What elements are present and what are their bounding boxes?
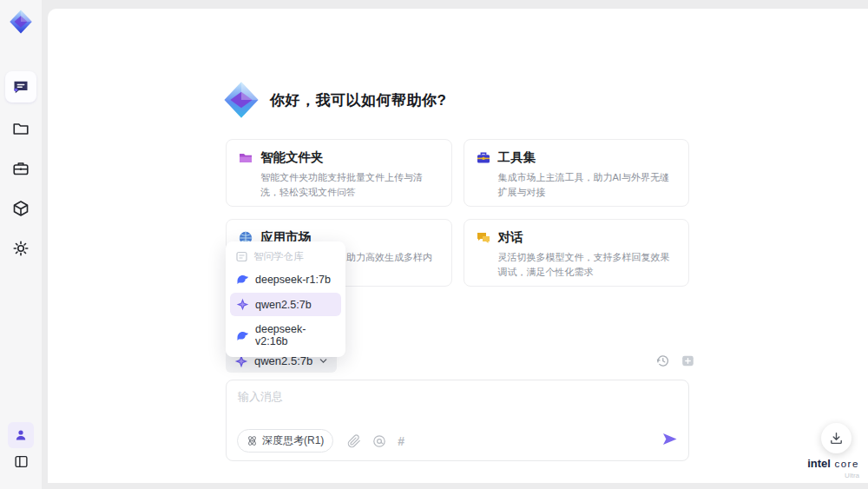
model-option-deepseek-v2[interactable]: deepseek-v2:16b [230,318,341,353]
composer-icons: # [347,434,404,448]
message-input[interactable]: 输入消息 [238,389,283,405]
folder-icon [12,120,30,137]
user-icon [14,428,28,442]
panel-icon [14,454,29,469]
model-option-label: qwen2.5:7b [255,299,312,311]
dropdown-header-label: 智问学仓库 [253,250,304,263]
card-toolset[interactable]: 工具集 集成市场上主流工具，助力AI与外界无缝扩展与对接 [464,139,690,207]
download-button[interactable] [821,423,852,453]
core-logo-text: core [834,459,858,469]
card-desc: 灵活切换多模型文件，支持多样回复效果调试，满足个性化需求 [498,250,678,279]
history-icon[interactable] [655,354,670,368]
card-desc: 集成市场上主流工具，助力AI与外界无缝扩展与对接 [498,170,678,199]
sidebar-item-models[interactable] [5,193,36,224]
toolset-icon [476,150,491,166]
sidebar-item-toolbox[interactable] [5,153,36,184]
composer-toolbar: 深度思考(R1) # [237,429,678,453]
card-smart-folder[interactable]: 智能文件夹 智能文件夹功能支持批量文件上传与清洗，轻松实现文件问答 [226,139,452,207]
model-option-label: deepseek-r1:7b [255,274,331,286]
smart-folder-icon [238,150,253,166]
sidebar [0,0,42,489]
briefcase-icon [12,160,30,177]
card-dialog[interactable]: 对话 灵活切换多模型文件，支持多样回复效果调试，满足个性化需求 [464,219,690,287]
main-panel: 你好，我可以如何帮助你? 智能文件夹 智能文件夹功能支持批量文件上传与清洗，轻松… [48,9,868,483]
intel-logo-text: intel [807,457,831,470]
chevron-down-icon [319,356,328,366]
assistant-logo-icon [221,80,261,120]
card-desc: 智能文件夹功能支持批量文件上传与清洗，轻松实现文件问答 [260,170,440,199]
qwen-icon [236,298,249,311]
dropdown-header: 智问学仓库 [230,246,341,266]
sidebar-item-account[interactable] [8,422,34,448]
download-icon [829,431,844,446]
message-composer[interactable]: 输入消息 深度思考(R1) [226,380,689,461]
deepseek-icon [236,273,249,286]
app-logo-icon [8,9,34,35]
dialog-icon [476,230,491,246]
model-option-qwen[interactable]: qwen2.5:7b [230,293,341,316]
mention-icon[interactable] [372,434,386,448]
hash-icon[interactable]: # [398,434,404,448]
greeting-title: 你好，我可以如何帮助你? [270,90,446,110]
send-button[interactable] [661,431,678,451]
model-option-deepseek-r1[interactable]: deepseek-r1:7b [230,268,341,291]
chat-actions [655,354,695,368]
knowledge-base-icon [235,250,248,263]
sidebar-item-settings[interactable] [5,233,36,264]
deep-think-toggle[interactable]: 深度思考(R1) [237,429,333,453]
card-title: 对话 [498,229,523,246]
sidebar-item-folders[interactable] [5,113,36,144]
deep-think-label: 深度思考(R1) [262,433,324,448]
sidebar-item-collapse[interactable] [8,448,34,474]
intel-core-badge: intel core Ultra [802,455,865,479]
card-title: 智能文件夹 [260,149,324,166]
paperclip-icon[interactable] [347,434,361,448]
greeting: 你好，我可以如何帮助你? [221,80,446,120]
sidebar-item-chat[interactable] [5,71,36,102]
gear-icon [12,240,30,257]
deepseek-icon [236,329,249,342]
model-option-label: deepseek-v2:16b [255,323,335,347]
chat-icon [12,78,30,96]
card-title: 工具集 [498,149,536,166]
tier-label: Ultra [802,472,859,479]
model-dropdown: 智问学仓库 deepseek-r1:7b qwen2.5:7b deep [226,241,345,357]
cube-icon [12,200,30,217]
app-window: 你好，我可以如何帮助你? 智能文件夹 智能文件夹功能支持批量文件上传与清洗，轻松… [0,0,868,489]
send-icon [661,431,678,447]
new-window-icon[interactable] [681,354,695,368]
atom-icon [247,435,258,446]
